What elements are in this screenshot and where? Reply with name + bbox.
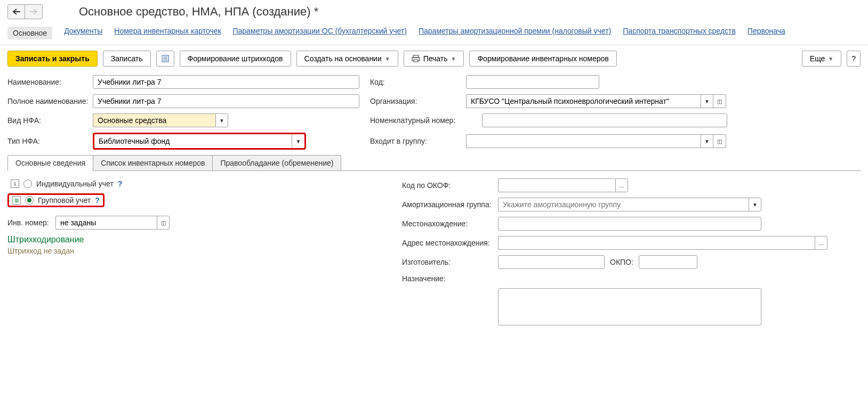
svg-rect-4 xyxy=(413,55,419,58)
back-button[interactable] xyxy=(8,5,25,19)
addr-select-button[interactable]: … xyxy=(815,236,827,250)
okpo-label: ОКПО: xyxy=(610,258,633,266)
purpose-label: Назначение: xyxy=(402,274,498,283)
vidnfa-input[interactable] xyxy=(93,113,215,127)
group-input[interactable] xyxy=(466,134,701,148)
group-label: Групповой учет xyxy=(38,196,91,205)
group-label: Входит в группу: xyxy=(370,137,466,145)
print-button[interactable]: Печать▼ xyxy=(404,51,464,67)
org-dropdown-button[interactable]: ▼ xyxy=(701,94,713,108)
inv-open-button[interactable]: ◫ xyxy=(157,216,170,230)
help-button[interactable]: ? xyxy=(847,51,861,67)
toolbar: Записать и закрыть Записать Формирование… xyxy=(0,45,868,72)
group-help[interactable]: ? xyxy=(95,196,100,205)
print-icon xyxy=(412,55,420,62)
inv-input[interactable] xyxy=(55,216,157,230)
purpose-textarea[interactable] xyxy=(498,288,761,325)
barcode-section-title: Штрихкодирование xyxy=(7,235,381,244)
nom-input[interactable] xyxy=(482,113,727,127)
addr-input[interactable] xyxy=(498,236,815,250)
loc-input[interactable] xyxy=(498,217,761,231)
amort-dropdown-button[interactable]: ▼ xyxy=(749,198,761,211)
page-title: Основное средство, НМА, НПА (создание) * xyxy=(79,5,318,19)
nom-label: Номенклатурный номер: xyxy=(370,116,482,125)
code-label: Код: xyxy=(370,78,466,86)
tabs: Основные сведения Список инвентарных ном… xyxy=(7,155,861,171)
more-button[interactable]: Еще▼ xyxy=(802,51,841,67)
manuf-label: Изготовитель: xyxy=(402,258,498,266)
okof-label: Код по ОКОФ: xyxy=(402,181,498,190)
org-input[interactable] xyxy=(466,94,701,108)
name-label: Наименование: xyxy=(7,78,93,86)
section-pervon[interactable]: Первонача xyxy=(748,27,785,39)
save-button[interactable]: Записать xyxy=(103,51,151,67)
section-passports[interactable]: Паспорта транспортных средств xyxy=(623,27,736,39)
vidnfa-label: Вид НФА: xyxy=(7,116,93,125)
group-open-button[interactable]: ◫ xyxy=(713,134,726,148)
inv-numbers-button[interactable]: Формирование инвентарных номеров xyxy=(469,51,616,67)
section-inv-cards[interactable]: Номера инвентарных карточек xyxy=(114,27,221,39)
tab-rights[interactable]: Правообладание (обременение) xyxy=(212,155,341,170)
forward-button[interactable] xyxy=(25,5,42,19)
create-based-button[interactable]: Создать на основании▼ xyxy=(296,51,398,67)
okof-select-button[interactable]: … xyxy=(615,178,628,192)
nav-buttons xyxy=(7,4,43,19)
barcodes-button[interactable]: Формирование штрихкодов xyxy=(180,51,291,67)
vidnfa-dropdown-button[interactable]: ▼ xyxy=(215,113,228,127)
section-amort-nalog[interactable]: Параметры амортизационной премии (налого… xyxy=(419,27,611,39)
fullname-label: Полное наименование: xyxy=(7,97,93,105)
tab-inv-list[interactable]: Список инвентарных номеров xyxy=(93,155,213,170)
barcode-status: Штрихкод не задан xyxy=(7,247,381,255)
tab-main-info[interactable]: Основные сведения xyxy=(7,155,93,170)
individual-label: Индивидуальный учет xyxy=(36,180,114,188)
individual-radio[interactable] xyxy=(23,180,32,188)
section-main[interactable]: Основное xyxy=(7,27,52,39)
svg-rect-6 xyxy=(414,60,418,62)
okpo-input[interactable] xyxy=(639,255,697,269)
org-open-button[interactable]: ◫ xyxy=(713,94,726,108)
inv-label: Инв. номер: xyxy=(7,218,55,227)
section-amort-buh[interactable]: Параметры амортизации ОС (бухгалтерский … xyxy=(233,27,407,39)
individual-help[interactable]: ? xyxy=(118,180,123,188)
amort-input[interactable] xyxy=(498,198,749,211)
tipnfa-highlight: ▼ xyxy=(93,133,306,150)
name-input[interactable] xyxy=(93,75,359,89)
loc-label: Местонахождение: xyxy=(402,219,498,228)
list-button[interactable] xyxy=(156,51,174,67)
addr-label: Адрес местонахождения: xyxy=(402,239,498,247)
code-input[interactable] xyxy=(466,75,599,89)
tipnfa-dropdown-button[interactable]: ▼ xyxy=(292,134,304,148)
group-row-highlight: ▥ Групповой учет ? xyxy=(7,193,105,207)
section-nav: Основное Документы Номера инвентарных ка… xyxy=(0,23,868,45)
tipnfa-input[interactable] xyxy=(94,134,292,148)
group-dropdown-button[interactable]: ▼ xyxy=(701,134,713,148)
section-docs[interactable]: Документы xyxy=(64,27,102,39)
fullname-input[interactable] xyxy=(93,94,359,108)
stack-icon: ▥ xyxy=(12,196,21,205)
amort-label: Амортизационная группа: xyxy=(402,200,498,209)
manuf-input[interactable] xyxy=(498,255,605,269)
group-radio[interactable] xyxy=(25,196,34,205)
save-close-button[interactable]: Записать и закрыть xyxy=(7,51,98,67)
single-icon: 1 xyxy=(11,180,19,188)
individual-row[interactable]: 1 Индивидуальный учет ? xyxy=(7,178,381,189)
org-label: Организация: xyxy=(370,97,466,105)
okof-input[interactable] xyxy=(498,178,615,192)
tipnfa-label: Тип НФА: xyxy=(7,137,93,145)
